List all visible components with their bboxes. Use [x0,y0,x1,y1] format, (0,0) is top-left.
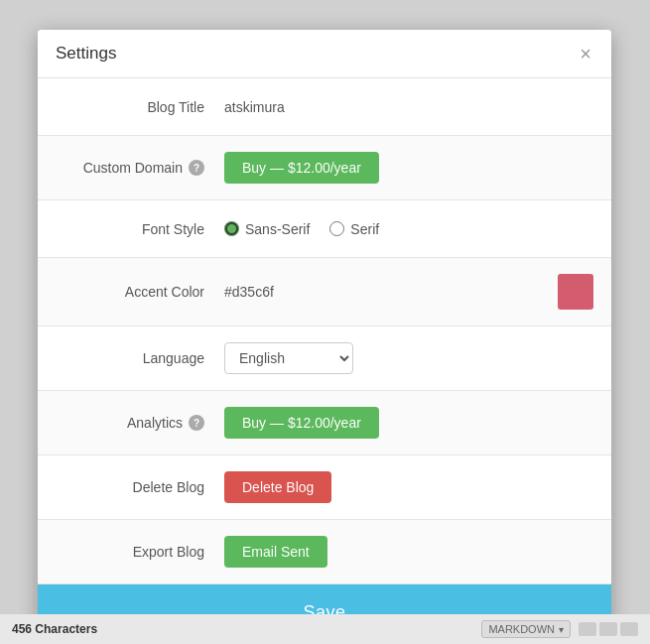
toolbar-icon-1 [579,622,596,636]
font-style-sans-serif-label[interactable]: Sans-Serif [224,221,310,237]
analytics-content: Buy — $12.00/year [224,407,593,439]
settings-modal: Settings × Blog Title Custom Domain ? Bu… [38,30,611,641]
export-blog-label: Export Blog [56,544,224,560]
export-blog-content: Email Sent [224,536,593,568]
modal-header: Settings × [38,30,611,78]
analytics-row: Analytics ? Buy — $12.00/year [38,391,611,455]
analytics-label: Analytics ? [56,415,224,431]
delete-blog-content: Delete Blog [224,471,593,503]
accent-color-hex: #d35c6f [224,284,558,300]
accent-color-swatch[interactable] [558,274,593,310]
bottom-bar: 456 Characters MARKDOWN ▾ [0,614,650,644]
language-label: Language [56,350,224,366]
language-select[interactable]: English Japanese French German Spanish [224,342,353,374]
toolbar-icons [579,622,638,636]
toolbar-icon-3 [620,622,638,636]
accent-color-display: #d35c6f [224,274,593,310]
font-style-row: Font Style Sans-Serif Serif [38,200,611,258]
font-style-serif-radio[interactable] [329,221,344,236]
font-style-sans-serif-radio[interactable] [224,221,239,236]
font-style-content: Sans-Serif Serif [224,221,593,237]
delete-blog-row: Delete Blog Delete Blog [38,455,611,520]
blog-title-input[interactable] [224,99,593,115]
accent-color-label: Accent Color [56,284,224,300]
blog-title-label: Blog Title [56,99,224,115]
font-style-label: Font Style [56,221,224,237]
close-button[interactable]: × [578,44,593,64]
toolbar-icon-2 [599,622,617,636]
accent-color-row: Accent Color #d35c6f [38,258,611,326]
blog-title-content [224,99,593,115]
markdown-badge[interactable]: MARKDOWN ▾ [481,620,571,638]
custom-domain-content: Buy — $12.00/year [224,152,593,184]
char-count: 456 Characters [12,622,97,636]
export-blog-button[interactable]: Email Sent [224,536,327,568]
custom-domain-help-icon[interactable]: ? [189,160,204,176]
language-content: English Japanese French German Spanish [224,342,593,374]
custom-domain-label: Custom Domain ? [56,160,224,176]
chevron-down-icon: ▾ [559,624,564,635]
modal-title: Settings [56,44,116,64]
language-row: Language English Japanese French German … [38,326,611,391]
custom-domain-buy-button[interactable]: Buy — $12.00/year [224,152,379,184]
blog-title-row: Blog Title [38,78,611,136]
delete-blog-button[interactable]: Delete Blog [224,471,331,503]
font-style-serif-label[interactable]: Serif [329,221,379,237]
delete-blog-label: Delete Blog [56,479,224,495]
bottom-bar-right: MARKDOWN ▾ [481,620,638,638]
font-style-radio-group: Sans-Serif Serif [224,221,379,237]
export-blog-row: Export Blog Email Sent [38,520,611,584]
analytics-help-icon[interactable]: ? [189,415,204,431]
custom-domain-row: Custom Domain ? Buy — $12.00/year [38,136,611,200]
analytics-buy-button[interactable]: Buy — $12.00/year [224,407,379,439]
accent-color-content: #d35c6f [224,274,593,310]
modal-body: Blog Title Custom Domain ? Buy — $12.00/… [38,78,611,584]
